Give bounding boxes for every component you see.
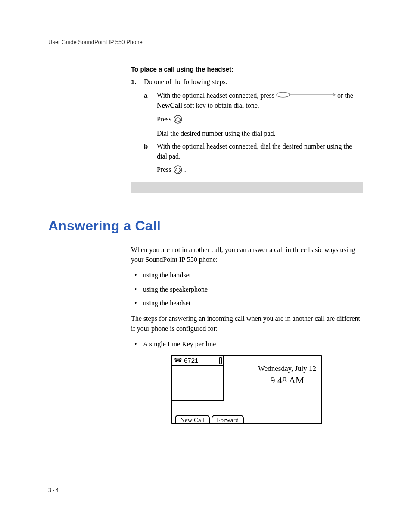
svg-point-5 <box>177 121 178 122</box>
answering-intro-para: When you are not in another call, you ca… <box>131 245 363 264</box>
svg-point-0 <box>277 92 290 97</box>
substep-b-text: With the optional headset connected, dia… <box>157 142 363 161</box>
phone-display-figure: ☎ 6721 Wednesday, July 12 9 48 AM New Ca… <box>131 355 363 424</box>
list-item: A single Line Key per line <box>131 339 363 349</box>
config-list: A single Line Key per line <box>131 339 363 349</box>
step-text: Do one of the following steps: <box>144 77 227 87</box>
date-time-block: Wednesday, July 12 9 48 AM <box>258 364 316 387</box>
substep-b: b With the optional headset connected, d… <box>144 142 363 161</box>
substep-a: a With the optional headset connected, p… <box>144 91 363 111</box>
list-item: using the headset <box>131 299 363 308</box>
newcall-bold: NewCall <box>157 102 182 109</box>
text-fragment: With the optional headset connected, pre… <box>157 92 276 99</box>
running-header: User Guide SoundPoint IP 550 Phone <box>48 39 363 45</box>
text-fragment: soft key to obtain dial tone. <box>182 102 259 109</box>
svg-rect-3 <box>175 119 176 121</box>
list-item: using the handset <box>131 271 363 280</box>
substep-a-dial: Dial the desired number using the dial p… <box>157 129 363 138</box>
answer-methods-list: using the handset using the speakerphone… <box>131 271 363 308</box>
softkey-forward[interactable]: Forward <box>212 415 244 424</box>
step-number: 1. <box>131 78 144 85</box>
text-fragment: or the <box>337 92 353 99</box>
step-1: 1. Do one of the following steps: <box>131 77 363 87</box>
substep-letter: a <box>144 91 157 100</box>
configured-for-para: The steps for answering an incoming call… <box>131 314 363 333</box>
procedure-heading: To place a call using the headset: <box>131 65 363 73</box>
softkey-row: New Call Forward <box>175 415 244 424</box>
substep-a-text: With the optional headset connected, pre… <box>157 91 363 111</box>
grey-separator-bar <box>131 182 363 193</box>
substep-letter: b <box>144 142 157 151</box>
text-fragment: . <box>184 115 186 122</box>
substep-a-press: Press . <box>157 114 363 125</box>
phone-icon: ☎ <box>174 357 182 364</box>
headset-icon <box>174 115 182 126</box>
section-heading-answering: Answering a Call <box>48 218 363 234</box>
display-time: 9 48 AM <box>258 374 316 387</box>
line-key-icon <box>276 91 336 100</box>
scroll-handle-icon <box>219 357 222 364</box>
svg-rect-4 <box>180 119 181 121</box>
display-date: Wednesday, July 12 <box>258 364 316 374</box>
svg-point-9 <box>177 172 178 173</box>
svg-rect-7 <box>175 170 176 171</box>
headset-icon <box>174 165 182 177</box>
line-label-row: ☎ 6721 <box>172 356 223 366</box>
text-fragment: Press <box>157 115 173 122</box>
list-item: using the speakerphone <box>131 285 363 294</box>
header-rule <box>48 48 363 48</box>
softkey-new-call[interactable]: New Call <box>175 415 210 424</box>
text-fragment: . <box>184 166 186 173</box>
line-number: 6721 <box>184 357 198 364</box>
svg-rect-8 <box>180 170 181 171</box>
phone-display: ☎ 6721 Wednesday, July 12 9 48 AM New Ca… <box>171 355 322 424</box>
page-number: 3 - 4 <box>48 487 59 493</box>
substep-b-press: Press . <box>157 165 363 176</box>
text-fragment: Press <box>157 166 173 173</box>
line-tab: ☎ 6721 <box>171 355 224 401</box>
